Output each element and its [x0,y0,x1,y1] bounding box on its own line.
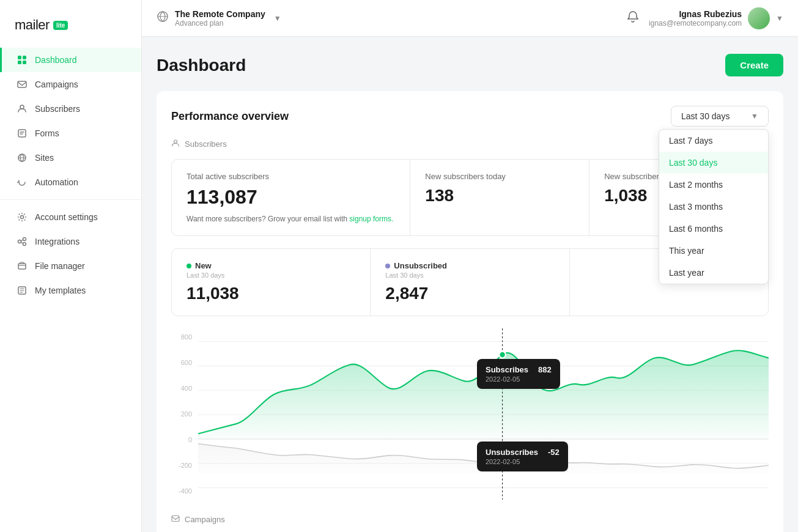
sidebar-label-automation: Automation [35,177,78,187]
sidebar-item-integrations[interactable]: Integrations [0,229,141,254]
main-area: The Remote Company Advanced plan ▼ Ignas… [142,0,798,532]
sidebar: mailer lite Dashboard Campaigns Subscrib… [0,0,142,532]
svg-point-5 [20,105,24,109]
svg-rect-23 [172,516,179,522]
nav-divider [0,199,141,200]
green-marker-dot [499,352,505,358]
content-area: Dashboard Create Performance overview La… [142,37,798,532]
svg-point-8 [21,216,24,219]
user-email: ignas@remotecompany.com [649,19,742,28]
account-settings-icon [17,212,28,223]
create-button[interactable]: Create [725,54,783,76]
sidebar-item-dashboard[interactable]: Dashboard [0,48,141,72]
campaigns-icon [17,79,28,90]
user-info[interactable]: Ignas Rubezius ignas@remotecompany.com ▼ [649,7,783,29]
green-area [198,350,769,439]
total-subscribers-label: Total active subscribers [187,172,395,181]
period-dropdown-button[interactable]: Last 30 days ▼ [671,106,769,127]
dropdown-option-30days[interactable]: Last 30 days [659,152,768,174]
sidebar-nav: Dashboard Campaigns Subscribers Forms Si… [0,48,141,303]
user-chevron-icon: ▼ [776,14,783,23]
file-manager-icon [17,260,28,272]
sidebar-item-subscribers[interactable]: Subscribers [0,97,141,121]
notification-bell-icon[interactable] [627,10,639,26]
campaigns-label-icon [171,514,180,525]
subscribers-icon [17,103,28,114]
total-subscribers-cell: Total active subscribers 113,087 Want mo… [172,160,410,235]
globe-icon [157,10,169,26]
logo[interactable]: mailer lite [15,17,127,33]
company-chevron-icon: ▼ [274,14,281,23]
svg-point-9 [18,240,21,243]
dropdown-chevron-icon: ▼ [751,112,758,120]
new-cell: New Last 30 days 11,038 [172,249,371,316]
forms-icon [17,128,28,139]
sidebar-label-file-manager: File manager [35,261,85,271]
signup-forms-link[interactable]: signup forms. [349,215,393,223]
page-header: Dashboard Create [157,54,783,76]
total-subscribers-value: 113,087 [187,186,395,209]
user-name-email: Ignas Rubezius ignas@remotecompany.com [649,9,742,28]
page-title: Dashboard [157,56,246,75]
company-selector[interactable]: The Remote Company Advanced plan ▼ [157,9,281,28]
unsubscribed-value: 2,847 [385,284,554,303]
top-bar: The Remote Company Advanced plan ▼ Ignas… [142,0,798,37]
company-name: The Remote Company [175,9,265,19]
svg-rect-3 [23,61,26,64]
user-name: Ignas Rubezius [649,9,742,19]
dropdown-option-2months[interactable]: Last 2 months [659,174,768,196]
campaigns-section-label: Campaigns [171,514,769,525]
sidebar-label-my-templates: My templates [35,286,86,295]
performance-card: Performance overview Last 30 days ▼ Last… [157,91,783,532]
want-more-text: Want more subscribers? Grow your email l… [187,215,395,223]
sidebar-item-my-templates[interactable]: My templates [0,278,141,303]
my-templates-icon [17,285,28,296]
subscribers-chart: 800 600 400 200 0 -200 -400 [171,328,769,500]
dropdown-option-7days[interactable]: Last 7 days [659,130,768,152]
new-period: Last 30 days [187,272,355,279]
svg-point-10 [23,238,26,241]
sidebar-item-campaigns[interactable]: Campaigns [0,72,141,97]
new-subscribers-today-cell: New subscribers today 138 [410,160,589,235]
sidebar-label-account-settings: Account settings [35,212,98,222]
sidebar-label-campaigns: Campaigns [35,79,78,89]
logo-area: mailer lite [0,12,141,48]
logo-text: mailer [15,17,50,33]
sidebar-label-subscribers: Subscribers [35,104,80,114]
integrations-icon [17,236,28,247]
dropdown-option-3months[interactable]: Last 3 months [659,196,768,218]
dropdown-option-this-year[interactable]: This year [659,240,768,262]
new-label: New [195,261,212,270]
dropdown-option-6months[interactable]: Last 6 months [659,218,768,240]
svg-rect-1 [23,56,26,59]
sidebar-item-account-settings[interactable]: Account settings [0,205,141,229]
sidebar-label-dashboard: Dashboard [35,55,77,65]
subscribers-section-text: Subscribers [185,139,227,149]
user-avatar [748,7,770,29]
sidebar-item-file-manager[interactable]: File manager [0,254,141,278]
new-dot [187,264,191,268]
unsub-dot [385,264,390,268]
sidebar-item-forms[interactable]: Forms [0,121,141,146]
sidebar-label-forms: Forms [35,128,59,138]
gray-marker-dot [499,462,505,468]
company-plan: Advanced plan [175,19,265,28]
y-axis: 800 600 400 200 0 -200 -400 [171,328,196,500]
performance-title: Performance overview [171,110,289,123]
new-subscribers-today-label: New subscribers today [425,172,574,181]
dropdown-option-last-year[interactable]: Last year [659,262,768,284]
unsubscribed-label: Unsubscribed [394,261,447,270]
new-value: 11,038 [187,284,355,303]
period-dropdown-menu: Last 7 days Last 30 days Last 2 months L… [659,129,769,284]
dashboard-icon [17,54,28,65]
svg-rect-6 [18,130,26,137]
unsubscribed-cell: Unsubscribed Last 30 days 2,847 [371,249,569,316]
period-dropdown-wrapper: Last 30 days ▼ Last 7 days Last 30 days … [671,106,769,127]
sidebar-item-automation[interactable]: Automation [0,170,141,194]
svg-rect-2 [18,61,21,64]
sidebar-item-sites[interactable]: Sites [0,146,141,170]
sidebar-label-integrations: Integrations [35,237,79,246]
svg-rect-0 [18,56,21,59]
automation-icon [17,177,28,188]
svg-rect-4 [18,81,26,87]
